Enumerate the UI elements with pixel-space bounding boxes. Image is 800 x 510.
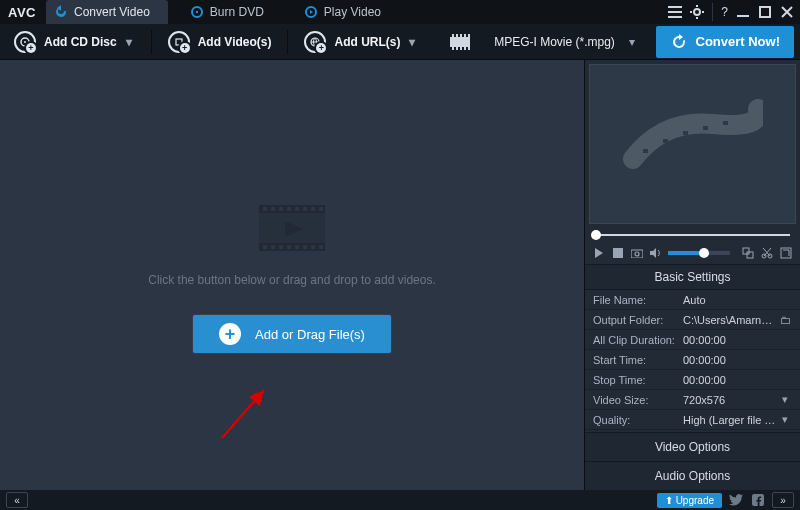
add-videos-button[interactable]: Add Video(s) bbox=[160, 28, 280, 56]
svg-rect-45 bbox=[747, 252, 753, 258]
svg-rect-36 bbox=[643, 149, 648, 153]
add-urls-label: Add URL(s) bbox=[334, 35, 400, 49]
svg-rect-26 bbox=[311, 207, 315, 211]
setting-all-clip-duration: All Clip Duration:00:00:00 bbox=[585, 330, 800, 350]
file-name-value[interactable]: Auto bbox=[683, 294, 792, 306]
close-button[interactable] bbox=[778, 3, 796, 21]
twitter-icon[interactable] bbox=[728, 492, 744, 508]
svg-rect-11 bbox=[737, 15, 749, 17]
filmstrip-icon bbox=[253, 197, 331, 259]
snapshot-icon[interactable] bbox=[630, 246, 643, 260]
scissors-icon[interactable] bbox=[761, 246, 774, 260]
app-logo: AVC bbox=[8, 5, 36, 20]
play-icon bbox=[304, 5, 318, 19]
svg-rect-42 bbox=[631, 250, 643, 258]
tab-label: Convert Video bbox=[74, 5, 150, 19]
browse-folder-icon[interactable]: 🗀 bbox=[778, 314, 792, 326]
svg-rect-18 bbox=[259, 205, 325, 213]
audio-options-button[interactable]: Audio Options bbox=[585, 461, 800, 490]
tab-play-video[interactable]: Play Video bbox=[296, 0, 399, 24]
up-arrow-icon: ⬆ bbox=[665, 495, 673, 506]
detach-icon[interactable] bbox=[742, 246, 755, 260]
film-plus-icon bbox=[168, 31, 190, 53]
tab-label: Burn DVD bbox=[210, 5, 264, 19]
svg-rect-25 bbox=[303, 207, 307, 211]
svg-rect-40 bbox=[723, 121, 728, 125]
menu-icon[interactable] bbox=[666, 3, 684, 21]
basic-settings-header: Basic Settings bbox=[585, 264, 800, 290]
add-or-drag-files-button[interactable]: + Add or Drag File(s) bbox=[193, 315, 391, 353]
svg-rect-28 bbox=[263, 245, 267, 249]
setting-file-name: File Name:Auto bbox=[585, 290, 800, 310]
convert-icon bbox=[670, 33, 688, 51]
disc-icon bbox=[190, 5, 204, 19]
chevron-down-icon[interactable]: ▾ bbox=[123, 35, 135, 49]
drop-stage[interactable]: Click the button below or drag and drop … bbox=[0, 60, 584, 490]
svg-rect-4 bbox=[668, 11, 682, 13]
setting-video-size[interactable]: Video Size:720x576▾ bbox=[585, 390, 800, 410]
play-icon[interactable] bbox=[593, 246, 606, 260]
stage-hint: Click the button below or drag and drop … bbox=[148, 273, 436, 287]
svg-rect-44 bbox=[743, 248, 749, 254]
svg-rect-39 bbox=[703, 126, 708, 130]
svg-rect-33 bbox=[303, 245, 307, 249]
svg-rect-34 bbox=[311, 245, 315, 249]
video-options-button[interactable]: Video Options bbox=[585, 432, 800, 461]
add-videos-label: Add Video(s) bbox=[198, 35, 272, 49]
add-cd-disc-button[interactable]: Add CD Disc ▾ bbox=[6, 28, 143, 56]
output-profile-label: MPEG-I Movie (*.mpg) bbox=[490, 35, 620, 49]
timeline-slider[interactable] bbox=[591, 228, 794, 242]
svg-rect-22 bbox=[279, 207, 283, 211]
help-icon[interactable]: ? bbox=[712, 3, 730, 21]
svg-rect-38 bbox=[683, 131, 688, 135]
facebook-icon[interactable] bbox=[750, 492, 766, 508]
stop-icon[interactable] bbox=[612, 246, 625, 260]
svg-rect-20 bbox=[263, 207, 267, 211]
convert-now-button[interactable]: Convert Now! bbox=[656, 26, 795, 58]
svg-point-1 bbox=[196, 11, 198, 13]
edit-icon[interactable] bbox=[779, 246, 792, 260]
svg-point-14 bbox=[24, 41, 26, 43]
svg-rect-24 bbox=[295, 207, 299, 211]
output-profile-selector[interactable]: MPEG-I Movie (*.mpg) ▾ bbox=[442, 28, 646, 56]
preview-pane bbox=[589, 64, 796, 224]
disc-plus-icon bbox=[14, 31, 36, 53]
svg-point-6 bbox=[694, 9, 700, 15]
volume-icon[interactable] bbox=[649, 246, 662, 260]
setting-start-time: Start Time:00:00:00 bbox=[585, 350, 800, 370]
setting-quality[interactable]: Quality:High (Larger file size)▾ bbox=[585, 410, 800, 430]
gear-icon[interactable] bbox=[688, 3, 706, 21]
add-button-label: Add or Drag File(s) bbox=[255, 327, 365, 342]
add-cd-label: Add CD Disc bbox=[44, 35, 117, 49]
svg-rect-5 bbox=[668, 16, 682, 18]
annotation-arrow bbox=[218, 382, 288, 442]
svg-rect-3 bbox=[668, 6, 682, 8]
add-urls-button[interactable]: Add URL(s) ▾ bbox=[296, 28, 426, 56]
svg-rect-21 bbox=[271, 207, 275, 211]
maximize-button[interactable] bbox=[756, 3, 774, 21]
svg-point-43 bbox=[635, 252, 639, 256]
setting-stop-time: Stop Time:00:00:00 bbox=[585, 370, 800, 390]
chevron-down-icon[interactable]: ▾ bbox=[406, 35, 418, 49]
expand-right-button[interactable]: » bbox=[772, 492, 794, 508]
collapse-left-button[interactable]: « bbox=[6, 492, 28, 508]
setting-output-folder: Output Folder:C:\Users\Amarnath\On...🗀 bbox=[585, 310, 800, 330]
plus-circle-icon: + bbox=[219, 323, 241, 345]
svg-rect-31 bbox=[287, 245, 291, 249]
refresh-icon bbox=[54, 5, 68, 19]
svg-rect-35 bbox=[319, 245, 323, 249]
chevron-down-icon[interactable]: ▾ bbox=[626, 35, 638, 49]
svg-rect-15 bbox=[176, 39, 182, 45]
tab-label: Play Video bbox=[324, 5, 381, 19]
volume-slider[interactable] bbox=[668, 251, 730, 255]
minimize-button[interactable] bbox=[734, 3, 752, 21]
tab-burn-dvd[interactable]: Burn DVD bbox=[182, 0, 282, 24]
chevron-down-icon[interactable]: ▾ bbox=[778, 393, 792, 406]
svg-rect-29 bbox=[271, 245, 275, 249]
chevron-down-icon[interactable]: ▾ bbox=[778, 413, 792, 426]
upgrade-button[interactable]: ⬆Upgrade bbox=[657, 493, 722, 508]
convert-label: Convert Now! bbox=[696, 34, 781, 49]
svg-rect-41 bbox=[613, 248, 623, 258]
svg-rect-37 bbox=[663, 139, 668, 143]
tab-convert-video[interactable]: Convert Video bbox=[46, 0, 168, 24]
